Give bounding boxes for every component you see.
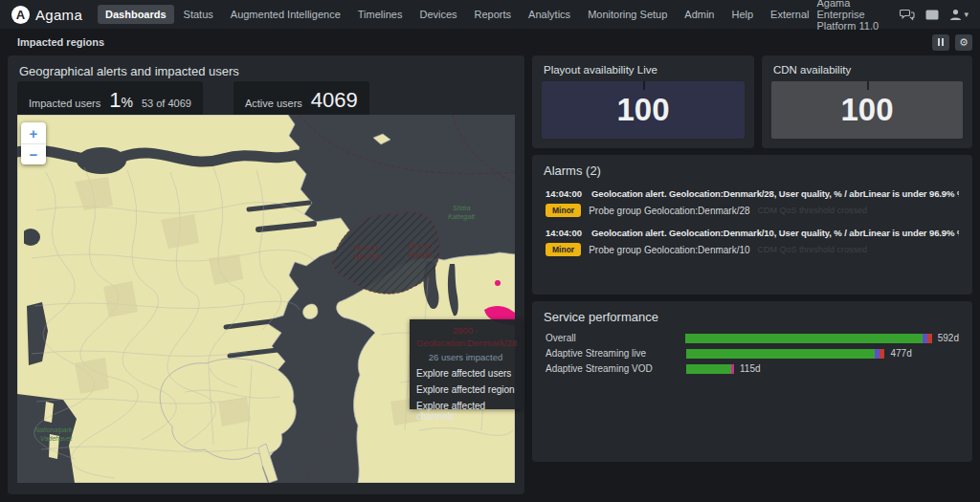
chat-icon[interactable] [900,9,915,21]
bar-segment [686,364,731,374]
nav-item-admin[interactable]: Admin [677,5,722,24]
pause-button[interactable] [932,34,949,51]
pause-icon [938,38,944,46]
tooltip-users-impacted: 26 users impacted [416,352,515,362]
alarm-probe: Probe group Geolocation:Denmark/28 [589,206,749,216]
map-zoom-control: + − [21,122,46,164]
nav-item-help[interactable]: Help [724,5,761,24]
service-bar [686,349,884,359]
nav-item-augmented-intelligence[interactable]: Augmented Intelligence [223,5,348,24]
service-bar-row: Adaptive Streaming VOD 115d [546,362,959,375]
nav-item-status[interactable]: Status [176,5,221,24]
nav-item-devices[interactable]: Devices [412,5,464,24]
sea-label: Kattegatt [448,213,476,221]
dashboard-toolbar: Impacted regions ⚙ [0,29,980,55]
alarm-message: Geolocation alert. Geolocation:Denmark/2… [591,188,959,199]
alarm-message: Geolocation alert. Geolocation:Denmark/1… [591,228,959,238]
top-nav-bar: A Agama DashboardsStatusAugmented Intell… [0,0,980,29]
zone-label: EK R 11 [354,245,379,251]
service-performance-panel: Service performance Overall 592d Adaptiv… [532,301,972,462]
service-row-value: 115d [740,363,761,374]
active-users-stat: Active users 4069 [234,81,369,120]
alarm-row[interactable]: 14:04:00 Geolocation alert. Geolocation:… [546,188,959,217]
card-icon[interactable] [925,10,939,20]
service-row-label: Overall [546,333,685,343]
bar-segment [927,334,931,343]
geo-panel-title: Geographical alerts and impacted users [8,55,524,78]
tooltip-title: 2800 - Geolocation:Denmark/28 [416,324,515,350]
agama-dashboard-page: A Agama DashboardsStatusAugmented Intell… [0,0,980,502]
severity-badge: Minor [546,243,581,256]
brand-name: Agama [35,7,82,23]
nav-item-timelines[interactable]: Timelines [350,5,411,24]
park-label: Vadehavet [40,435,73,442]
park-label: Nationalpark [34,426,73,434]
zoom-in-button[interactable]: + [21,122,46,143]
playout-value: 100 [616,92,669,128]
explore-affected-users-link[interactable]: Explore affected users [416,368,515,379]
service-bar-row: Adaptive Streaming live 477d [546,347,959,360]
geo-map[interactable]: EK R 11 MOLTEX EK R 22 Hesselø Södra Kat… [17,115,515,483]
service-bars: Overall 592d Adaptive Streaming live 477… [532,332,972,375]
impacted-users-detail: 53 of 4069 [142,98,191,109]
map-tooltip: 2800 - Geolocation:Denmark/28 26 users i… [410,319,522,409]
geo-stats: Impacted users 1% 53 of 4069 Active user… [17,81,369,120]
zoom-out-button[interactable]: − [21,143,46,164]
user-menu[interactable]: ▾ [949,9,969,21]
impacted-users-stat: Impacted users 1% 53 of 4069 [17,81,203,120]
service-row-value: 592d [938,333,959,343]
nav-item-reports[interactable]: Reports [467,5,520,24]
nav-item-analytics[interactable]: Analytics [521,5,578,24]
service-bar [685,334,931,343]
service-panel-title: Service performance [532,301,972,324]
cdn-gauge: 100 [771,81,963,139]
alarm-note: CDM QoS threshold crossed [758,206,868,215]
zone-label: EK R 22 [408,243,433,250]
alarm-time: 14:04:00 [546,188,582,199]
playout-panel-title: Playout availability Live [532,55,754,76]
map-svg: EK R 11 MOLTEX EK R 22 Hesselø Södra Kat… [17,115,515,483]
dashboard-title: Impacted regions [17,36,104,48]
nav-item-dashboards[interactable]: Dashboards [98,5,174,24]
severity-badge: Minor [546,204,581,217]
agama-logo-icon: A [11,6,30,24]
zone-label: Hesselø [408,251,433,258]
gear-icon: ⚙ [959,37,969,48]
service-row-value: 477d [890,348,911,359]
chevron-down-icon: ▾ [964,10,969,19]
settings-button[interactable]: ⚙ [955,34,972,51]
top-nav-right: Agama Enterprise Platform 11.0 ▾ [816,0,969,32]
geo-alerts-panel: Geographical alerts and impacted users I… [8,55,524,494]
alarm-probe: Probe group Geolocation:Denmark/10 [589,245,749,255]
active-users-value: 4069 [311,88,358,113]
explore-affected-region-link[interactable]: Explore affected region [416,384,515,395]
user-icon [949,9,962,21]
platform-label: Agama Enterprise Platform 11.0 [816,0,889,32]
service-row-label: Adaptive Streaming VOD [546,363,686,374]
alarms-panel-title: Alarms (2) [532,155,972,178]
nav-item-external[interactable]: External [763,5,816,24]
bar-segment [731,364,734,374]
cdn-panel-title: CDN availability [762,55,972,76]
service-row-label: Adaptive Streaming live [546,348,686,359]
toolbar-actions: ⚙ [932,34,972,51]
gauge-marker [643,81,645,90]
cdn-value: 100 [840,92,893,128]
cdn-availability-panel: CDN availability 100 [762,55,972,148]
alarm-note: CDM QoS threshold crossed [758,245,868,254]
service-bar-row: Overall 592d [546,332,959,344]
impacted-users-percent: 1% [109,88,133,113]
bar-segment [880,349,885,359]
main-nav: DashboardsStatusAugmented IntelligenceTi… [98,5,816,24]
brand[interactable]: A Agama [11,6,82,24]
service-bar [686,364,734,374]
nav-item-monitoring-setup[interactable]: Monitoring Setup [580,5,675,24]
alarm-row[interactable]: 14:04:00 Geolocation alert. Geolocation:… [546,228,959,256]
sea-label: Södra [453,205,471,211]
playout-gauge: 100 [542,81,745,139]
gauge-marker [867,81,869,90]
playout-availability-panel: Playout availability Live 100 [532,55,754,148]
bar-segment [685,334,923,343]
alarms-panel: Alarms (2) 14:04:00 Geolocation alert. G… [532,155,972,295]
explore-affected-channels-link[interactable]: Explore affected channels [416,401,515,422]
